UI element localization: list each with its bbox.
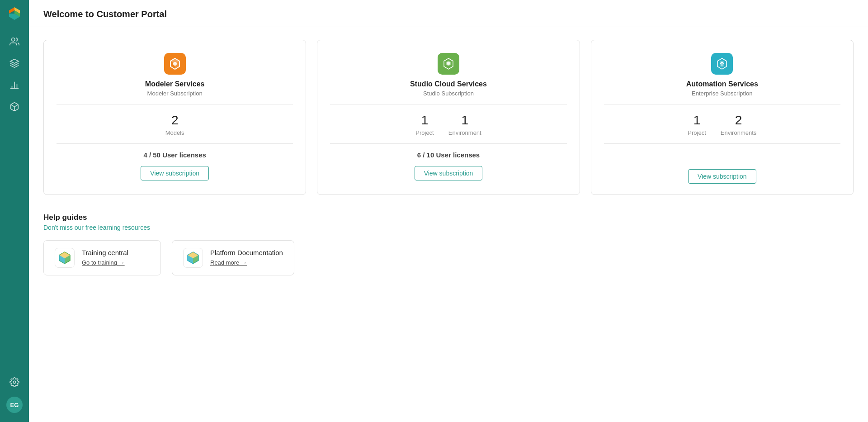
automation-project-number: 1 [693, 114, 701, 128]
subscription-cards: Modeler Services Modeler Subscription 2 … [43, 40, 854, 195]
modeler-card: Modeler Services Modeler Subscription 2 … [43, 40, 306, 195]
studio-title: Studio Cloud Services [410, 80, 487, 88]
svg-marker-3 [10, 59, 19, 63]
sidebar-nav [5, 33, 24, 373]
modeler-models-label: Models [165, 129, 184, 136]
svg-point-11 [447, 62, 450, 65]
studio-stat-environment: 1 Environment [448, 114, 481, 136]
studio-environment-label: Environment [448, 129, 481, 136]
modeler-title: Modeler Services [145, 80, 205, 88]
docs-link[interactable]: Read more → [210, 259, 247, 266]
help-subtitle: Don't miss our free learning resources [43, 224, 854, 231]
studio-divider2 [330, 143, 566, 144]
automation-project-label: Project [688, 129, 706, 136]
help-title: Help guides [43, 213, 854, 222]
studio-project-number: 1 [421, 114, 429, 128]
layers-icon [9, 58, 19, 68]
main-content: Welcome to Customer Portal Modeler Servi… [29, 0, 868, 422]
settings-button[interactable] [5, 373, 24, 391]
sidebar: EG [0, 0, 29, 422]
svg-point-2 [12, 38, 15, 41]
docs-content: Platform Documentation Read more → [210, 249, 283, 266]
svg-point-10 [173, 62, 177, 66]
studio-card: Studio Cloud Services Studio Subscriptio… [317, 40, 580, 195]
modeler-divider2 [57, 143, 293, 144]
sidebar-bottom: EG [5, 373, 24, 417]
studio-icon [438, 53, 459, 75]
modeler-stat-models: 2 Models [165, 114, 184, 136]
help-guides-section: Help guides Don't miss our free learning… [43, 213, 854, 275]
page-title: Welcome to Customer Portal [43, 9, 854, 19]
studio-environment-number: 1 [461, 114, 468, 128]
user-avatar[interactable]: EG [6, 397, 23, 413]
docs-title: Platform Documentation [210, 249, 283, 256]
training-card: Training central Go to training → [43, 240, 161, 275]
sidebar-item-people[interactable] [5, 33, 24, 51]
training-link[interactable]: Go to training → [82, 259, 125, 266]
studio-subtitle: Studio Subscription [423, 90, 474, 97]
automation-card: Automation Services Enterprise Subscript… [591, 40, 854, 195]
modeler-icon [164, 53, 186, 75]
automation-stat-project: 1 Project [688, 114, 706, 136]
box-icon [9, 102, 19, 112]
page-header: Welcome to Customer Portal [29, 0, 868, 27]
sidebar-item-chart[interactable] [5, 76, 24, 94]
automation-environments-number: 2 [735, 114, 742, 128]
docs-card: Platform Documentation Read more → [172, 240, 294, 275]
modeler-licenses: 4 / 50 User licenses [143, 151, 206, 159]
automation-stat-environments: 2 Environments [721, 114, 756, 136]
studio-view-subscription-button[interactable]: View subscription [415, 166, 483, 180]
modeler-divider [57, 104, 293, 104]
studio-project-label: Project [415, 129, 434, 136]
automation-divider [604, 104, 840, 104]
training-title: Training central [82, 249, 128, 256]
sidebar-item-layers[interactable] [5, 54, 24, 72]
app-logo[interactable] [5, 5, 24, 24]
automation-subtitle: Enterprise Subscription [692, 90, 752, 97]
automation-environments-label: Environments [721, 129, 756, 136]
modeler-subtitle: Modeler Subscription [147, 90, 203, 97]
studio-stat-project: 1 Project [415, 114, 434, 136]
training-icon [55, 248, 75, 268]
modeler-stats: 2 Models [165, 114, 184, 136]
automation-title: Automation Services [686, 80, 758, 88]
automation-view-subscription-button[interactable]: View subscription [688, 169, 756, 184]
people-icon [9, 37, 19, 47]
studio-divider [330, 104, 566, 104]
automation-icon [711, 53, 733, 75]
svg-point-9 [13, 381, 16, 384]
modeler-models-number: 2 [171, 114, 179, 128]
settings-icon [9, 377, 19, 387]
training-content: Training central Go to training → [82, 249, 128, 266]
automation-divider2 [604, 143, 840, 144]
automation-stats: 1 Project 2 Environments [688, 114, 756, 136]
studio-licenses: 6 / 10 User licenses [417, 151, 480, 159]
chart-icon [9, 80, 19, 90]
sidebar-item-box[interactable] [5, 98, 24, 116]
docs-icon [183, 248, 203, 268]
content-area: Modeler Services Modeler Subscription 2 … [29, 27, 868, 288]
modeler-view-subscription-button[interactable]: View subscription [141, 166, 209, 180]
help-cards: Training central Go to training → [43, 240, 854, 275]
studio-stats: 1 Project 1 Environment [415, 114, 481, 136]
